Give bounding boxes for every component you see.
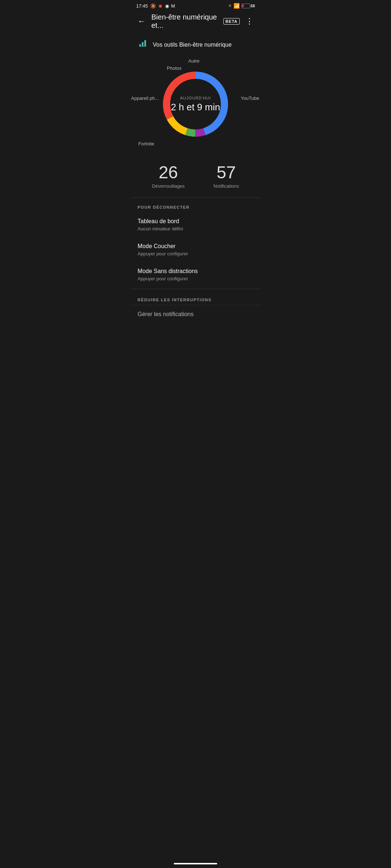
- mode-sans-distractions-title: Mode Sans distractions: [138, 268, 253, 275]
- label-autre: Autre: [188, 58, 199, 64]
- svg-rect-0: [139, 44, 141, 47]
- mode-sans-distractions-subtitle: Appuyer pour configurer: [138, 276, 253, 281]
- chromium-icon: ◉: [165, 3, 169, 9]
- notifications-stat: 57 Notifications: [213, 164, 239, 189]
- wellbeing-section-title: Vos outils Bien-être numérique: [153, 42, 232, 48]
- chart-bar-icon: [138, 38, 148, 51]
- notifications-label: Notifications: [213, 183, 239, 189]
- tableau-de-bord-title: Tableau de bord: [138, 218, 253, 225]
- status-bar: 17:45 🔕 ⏺ ◉ M ✕ 📶 16: [130, 0, 261, 10]
- disconnect-section-header: POUR DÉCONNECTER: [130, 198, 261, 212]
- mode-coucher-title: Mode Coucher: [138, 243, 253, 250]
- gerer-notifications-item[interactable]: Gérer les notifications: [130, 305, 261, 322]
- label-youtube: YouTube: [241, 95, 259, 101]
- gmail-icon: M: [171, 3, 175, 9]
- donut-center-info: AUJOURD'HUI 2 h et 9 min: [171, 96, 220, 113]
- label-fortnite: Fortnite: [138, 141, 154, 146]
- total-time: 2 h et 9 min: [171, 102, 220, 113]
- mode-coucher-subtitle: Appuyer pour configurer: [138, 251, 253, 256]
- record-icon: ⏺: [158, 3, 163, 9]
- back-button[interactable]: ←: [136, 15, 147, 27]
- battery-fill: [242, 4, 244, 7]
- today-label: AUJOURD'HUI: [171, 96, 220, 100]
- wifi-icon: 📶: [234, 3, 240, 9]
- page-title: Bien-être numérique et...: [151, 13, 219, 30]
- unlocks-stat: 26 Déverrouillages: [152, 164, 185, 189]
- battery-level: 16: [251, 4, 255, 8]
- status-left: 17:45 🔕 ⏺ ◉ M: [136, 3, 175, 9]
- stats-row: 26 Déverrouillages 57 Notifications: [130, 157, 261, 198]
- label-appareil: Appareil ph...: [131, 95, 159, 101]
- tableau-de-bord-item[interactable]: Tableau de bord Aucun minuteur défini: [130, 212, 261, 237]
- mode-coucher-item[interactable]: Mode Coucher Appuyer pour configurer: [130, 237, 261, 262]
- status-right: ✕ 📶 16: [228, 3, 255, 9]
- svg-rect-2: [144, 40, 146, 47]
- unlocks-label: Déverrouillages: [152, 183, 185, 189]
- battery-indicator: 16: [241, 4, 255, 8]
- more-options-button[interactable]: ⋮: [244, 15, 255, 27]
- time-display: 17:45: [136, 3, 148, 9]
- mode-sans-distractions-item[interactable]: Mode Sans distractions Appuyer pour conf…: [130, 262, 261, 287]
- notifications-count: 57: [213, 164, 239, 181]
- tableau-de-bord-subtitle: Aucun minuteur défini: [138, 226, 253, 231]
- x-icon: ✕: [228, 3, 232, 8]
- mute-icon: 🔕: [150, 3, 156, 9]
- beta-badge: BETA: [223, 18, 240, 25]
- bottom-spacer: [130, 322, 261, 344]
- reduce-section-header: RÉDUIRE LES INTERRUPTIONS: [130, 290, 261, 305]
- unlocks-count: 26: [152, 164, 185, 181]
- svg-rect-1: [142, 42, 144, 47]
- donut-chart-container: AUJOURD'HUI 2 h et 9 min: [159, 68, 232, 140]
- gerer-notifications-title: Gérer les notifications: [138, 311, 253, 318]
- top-app-bar: ← Bien-être numérique et... BETA ⋮: [130, 10, 261, 34]
- wellbeing-header: Vos outils Bien-être numérique: [130, 34, 261, 55]
- section-divider: [130, 289, 261, 289]
- usage-chart: Autre Photos Appareil ph... YouTube Fort…: [130, 55, 261, 157]
- battery-box: [241, 4, 250, 8]
